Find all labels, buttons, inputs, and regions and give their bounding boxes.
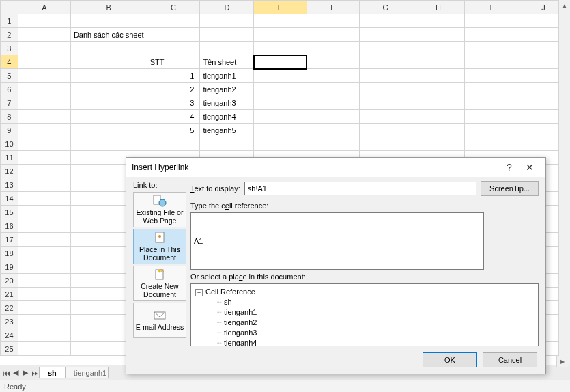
- screentip-button[interactable]: ScreenTip...: [481, 181, 539, 196]
- cell-H1[interactable]: [412, 14, 464, 28]
- tree-sheet-sh[interactable]: sh: [195, 297, 534, 307]
- cell-I9[interactable]: [464, 124, 517, 137]
- cell-E9[interactable]: [254, 124, 307, 137]
- cell-A22[interactable]: [18, 301, 70, 315]
- cell-A17[interactable]: [18, 233, 70, 247]
- row-header-5[interactable]: 5: [1, 69, 18, 83]
- cell-G5[interactable]: [359, 69, 412, 83]
- cell-F9[interactable]: [307, 124, 359, 137]
- row-header-14[interactable]: 14: [1, 192, 18, 206]
- cell-E4[interactable]: [254, 55, 307, 69]
- col-header-D[interactable]: D: [200, 1, 254, 14]
- cell-C6[interactable]: 2: [147, 83, 200, 96]
- cell-I7[interactable]: [464, 96, 517, 110]
- col-header-I[interactable]: I: [464, 1, 517, 14]
- col-header-A[interactable]: A: [18, 1, 70, 14]
- close-icon[interactable]: ✕: [519, 160, 540, 174]
- cell-B7[interactable]: [70, 96, 147, 110]
- cell-A25[interactable]: [18, 342, 70, 356]
- cell-A4[interactable]: [18, 55, 70, 69]
- cell-C5[interactable]: 1: [147, 69, 200, 83]
- cell-D9[interactable]: tienganh5: [200, 124, 254, 137]
- cell-D8[interactable]: tienganh4: [200, 110, 254, 124]
- cell-D5[interactable]: tienganh1: [200, 69, 254, 83]
- tree-sheet-tienganh1[interactable]: tienganh1: [195, 307, 534, 318]
- sheet-tab-tienganh1[interactable]: tienganh1: [65, 367, 109, 378]
- cell-A1[interactable]: [18, 14, 70, 28]
- row-header-16[interactable]: 16: [1, 219, 18, 233]
- cell-D2[interactable]: [200, 28, 254, 42]
- scroll-right-arrow-icon[interactable]: ▶: [556, 356, 568, 367]
- row-header-4[interactable]: 4: [1, 55, 18, 69]
- col-header-C[interactable]: C: [147, 1, 200, 14]
- cell-C3[interactable]: [147, 42, 200, 55]
- cell-F10[interactable]: [307, 137, 359, 151]
- cell-B5[interactable]: [70, 69, 147, 83]
- col-header-E[interactable]: E: [254, 1, 307, 14]
- cell-F1[interactable]: [307, 14, 359, 28]
- help-button[interactable]: ?: [499, 160, 519, 174]
- linkto-existing-file[interactable]: Existing File or Web Page: [133, 192, 186, 227]
- cell-E10[interactable]: [254, 137, 307, 151]
- cell-H6[interactable]: [412, 83, 464, 96]
- cell-C4[interactable]: STT: [147, 55, 200, 69]
- cell-reference-input[interactable]: [190, 212, 484, 270]
- row-header-13[interactable]: 13: [1, 178, 18, 192]
- row-header-3[interactable]: 3: [1, 42, 18, 55]
- cell-F3[interactable]: [307, 42, 359, 55]
- cell-F6[interactable]: [307, 83, 359, 96]
- row-header-22[interactable]: 22: [1, 301, 18, 315]
- row-header-23[interactable]: 23: [1, 315, 18, 328]
- document-places-tree[interactable]: −Cell Reference shtienganh1tienganh2tien…: [190, 283, 539, 346]
- row-header-15[interactable]: 15: [1, 206, 18, 219]
- cell-I6[interactable]: [464, 83, 517, 96]
- linkto-place-in-document[interactable]: Place in This Document: [133, 229, 186, 264]
- tab-nav-buttons[interactable]: ⏮ ◀ ▶ ⏭: [1, 367, 40, 378]
- cell-B10[interactable]: [70, 137, 147, 151]
- cell-I10[interactable]: [464, 137, 517, 151]
- cell-D3[interactable]: [200, 42, 254, 55]
- cell-E6[interactable]: [254, 83, 307, 96]
- cell-H10[interactable]: [412, 137, 464, 151]
- cell-A14[interactable]: [18, 192, 70, 206]
- cell-D10[interactable]: [200, 137, 254, 151]
- cell-F7[interactable]: [307, 96, 359, 110]
- cell-I4[interactable]: [464, 55, 517, 69]
- col-header-G[interactable]: G: [359, 1, 412, 14]
- collapse-icon[interactable]: −: [195, 289, 203, 296]
- row-header-12[interactable]: 12: [1, 165, 18, 178]
- row-header-25[interactable]: 25: [1, 342, 18, 356]
- cell-I3[interactable]: [464, 42, 517, 55]
- tree-sheet-tienganh4[interactable]: tienganh4: [195, 338, 534, 346]
- cell-A7[interactable]: [18, 96, 70, 110]
- cell-B6[interactable]: [70, 83, 147, 96]
- cell-H9[interactable]: [412, 124, 464, 137]
- cell-A13[interactable]: [18, 178, 70, 192]
- cell-I1[interactable]: [464, 14, 517, 28]
- cell-A12[interactable]: [18, 165, 70, 178]
- cell-C9[interactable]: 5: [147, 124, 200, 137]
- cell-G1[interactable]: [359, 14, 412, 28]
- row-header-18[interactable]: 18: [1, 247, 18, 260]
- cell-D6[interactable]: tienganh2: [200, 83, 254, 96]
- cell-F2[interactable]: [307, 28, 359, 42]
- cell-C7[interactable]: 3: [147, 96, 200, 110]
- cell-G7[interactable]: [359, 96, 412, 110]
- cell-E5[interactable]: [254, 69, 307, 83]
- cell-A10[interactable]: [18, 137, 70, 151]
- cell-A5[interactable]: [18, 69, 70, 83]
- col-header-B[interactable]: B: [70, 1, 147, 14]
- cell-H4[interactable]: [412, 55, 464, 69]
- row-header-2[interactable]: 2: [1, 28, 18, 42]
- row-header-17[interactable]: 17: [1, 233, 18, 247]
- row-header-6[interactable]: 6: [1, 83, 18, 96]
- cell-F5[interactable]: [307, 69, 359, 83]
- cell-B4[interactable]: [70, 55, 147, 69]
- cell-G9[interactable]: [359, 124, 412, 137]
- row-header-19[interactable]: 19: [1, 260, 18, 274]
- cell-A23[interactable]: [18, 315, 70, 328]
- cell-B1[interactable]: [70, 14, 147, 28]
- text-to-display-input[interactable]: [244, 182, 476, 195]
- row-header-11[interactable]: 11: [1, 151, 18, 165]
- ok-button[interactable]: OK: [423, 352, 477, 367]
